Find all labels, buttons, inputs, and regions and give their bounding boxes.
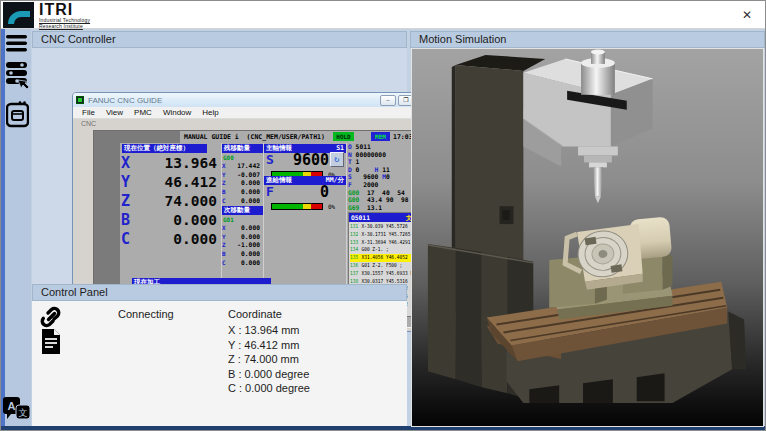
line-text: X-30.1731 Y45.7265 ;: [361, 231, 415, 237]
translate-icon[interactable]: A 文: [3, 394, 31, 429]
cnc-panel-body: FANUC CNC GUIDE –❐✕ FileViewPMCWindowHel…: [32, 48, 407, 284]
svg-text:A: A: [8, 400, 16, 412]
absolute-position-header: 現在位置（絶対座標）: [122, 144, 207, 153]
machine-icon[interactable]: [6, 101, 29, 132]
axis-letter: B: [222, 188, 229, 195]
absolute-position-table: X13.964Y46.412Z74.000B0.000C0.000: [121, 153, 220, 248]
line-text: X30.0317 Y45.5316 ;: [361, 278, 413, 284]
minimize-button[interactable]: –: [380, 95, 396, 106]
axis-value: 74.000: [137, 193, 220, 209]
axis-letter: C: [222, 259, 229, 266]
cnc-panel-title: CNC Controller: [41, 33, 116, 45]
feed-load-percent: 0%: [328, 203, 335, 210]
connection-status: Connecting: [118, 308, 174, 320]
coordinate-title: Coordinate: [228, 308, 282, 320]
axis-value: 17.442: [229, 162, 262, 169]
axis-row: B0.000: [222, 249, 262, 258]
axis-row: X13.964: [121, 153, 220, 172]
link-icon[interactable]: [40, 305, 63, 332]
line-number: 132: [350, 231, 361, 237]
controls-select-icon[interactable]: [6, 62, 30, 98]
line-number: 134: [350, 246, 361, 252]
menu-file[interactable]: File: [77, 108, 100, 117]
program-number: O5011: [349, 213, 370, 222]
menu-help[interactable]: Help: [197, 108, 223, 117]
app-window: ITRI Industrial Technology Research Inst…: [0, 0, 766, 431]
line-text: X-31.3694 Y46.4291 ;: [361, 239, 415, 245]
spindle-rotation-icon[interactable]: ↻: [330, 152, 344, 167]
axis-value: 0.000: [137, 231, 220, 247]
axis-row: X0.000: [222, 223, 262, 232]
line-number: 137: [350, 270, 361, 276]
sidebar: A 文: [1, 29, 31, 426]
remaining-gcode: G00: [223, 154, 234, 161]
axis-letter: Z: [222, 179, 229, 186]
axis-row: Y-0.007: [222, 170, 262, 179]
coordinate-value: Z : 74.000 mm: [228, 352, 310, 367]
coordinate-value: C : 0.000 degree: [228, 381, 310, 396]
axis-letter: Z: [222, 241, 229, 248]
coordinate-list: X : 13.964 mmY : 46.412 mmZ : 74.000 mmB…: [228, 323, 310, 396]
coordinate-value: X : 13.964 mm: [228, 323, 310, 338]
motion-viewport: [411, 48, 764, 427]
axis-row: B0.000: [121, 210, 220, 229]
axis-value: 0.000: [137, 212, 220, 228]
fanuc-menu-bar: FileViewPMCWindowHelp: [73, 107, 435, 119]
menu-view[interactable]: View: [101, 108, 128, 117]
axis-letter: Y: [222, 233, 229, 240]
line-text: G01 Z-2. F500 ;: [361, 262, 402, 268]
hamburger-menu-icon[interactable]: [6, 35, 27, 56]
axis-letter: Y: [222, 171, 229, 178]
mode-badge: MEM: [371, 132, 390, 141]
machine-3d-view[interactable]: [412, 49, 763, 426]
line-number: 136: [350, 262, 361, 268]
next-move-header: 次移動量: [222, 206, 263, 215]
axis-value: 0.000: [229, 250, 262, 257]
axis-row: Y0.000: [222, 232, 262, 241]
motion-panel-title: Motion Simulation: [419, 33, 506, 45]
motion-panel-header: Motion Simulation: [410, 31, 765, 48]
fanuc-title-bar[interactable]: FANUC CNC GUIDE –❐✕: [73, 93, 435, 107]
coordinate-value: Y : 46.412 mm: [228, 338, 310, 353]
axis-value: -1.000: [229, 241, 262, 248]
line-text: X31.4056 Y46.4052 ;: [361, 254, 413, 260]
axis-letter: X: [222, 224, 229, 231]
axis-letter: X: [121, 154, 137, 172]
brand-subtitle-2: Research Institute: [39, 23, 83, 29]
fanuc-window-title: FANUC CNC GUIDE: [88, 96, 162, 105]
control-panel-title: Control Panel: [41, 286, 108, 298]
axis-row: C0.000: [121, 229, 220, 248]
axis-letter: Z: [121, 192, 137, 210]
feed-letter: F: [266, 184, 274, 199]
screen-title: MANUAL GUIDE i (CNC_MEM/USER/PATH1): [184, 133, 325, 141]
hold-status-badge: HOLD: [333, 132, 354, 141]
svg-text:文: 文: [19, 408, 28, 418]
cnc-group-label: CNC: [81, 120, 96, 127]
axis-row: Y46.412: [121, 172, 220, 191]
axis-row: Z74.000: [121, 191, 220, 210]
feed-rate-value: 0: [276, 183, 329, 201]
axis-value: 0.000: [229, 197, 262, 204]
sidebar-accent-strip: [1, 29, 5, 426]
axis-value: 0.000: [229, 179, 262, 186]
coordinate-value: B : 0.000 degree: [228, 367, 310, 382]
axis-letter: Y: [121, 173, 137, 191]
axis-letter: X: [222, 162, 229, 169]
axis-row: X17.442: [222, 161, 262, 170]
axis-letter: B: [121, 211, 137, 229]
axis-value: 13.964: [137, 155, 220, 171]
remaining-travel-header: 残移動量: [222, 144, 263, 153]
document-icon[interactable]: [40, 329, 62, 358]
title-bar: ITRI Industrial Technology Research Inst…: [1, 1, 766, 29]
menu-window[interactable]: Window: [158, 108, 196, 117]
menu-pmc[interactable]: PMC: [129, 108, 157, 117]
line-text: G00 Z-1. ;: [361, 246, 388, 252]
control-panel-body: Connecting Coordinate X : 13.964 mmY : 4…: [32, 301, 407, 426]
axis-value: -0.007: [229, 171, 262, 178]
axis-letter: C: [222, 197, 229, 204]
axis-value: 0.000: [229, 259, 262, 266]
line-number: 131: [350, 223, 361, 229]
axis-value: 0.000: [229, 224, 262, 231]
close-icon[interactable]: ✕: [739, 7, 755, 23]
next-move-table: X0.000Y0.000Z-1.000B0.000C0.000: [222, 223, 262, 266]
